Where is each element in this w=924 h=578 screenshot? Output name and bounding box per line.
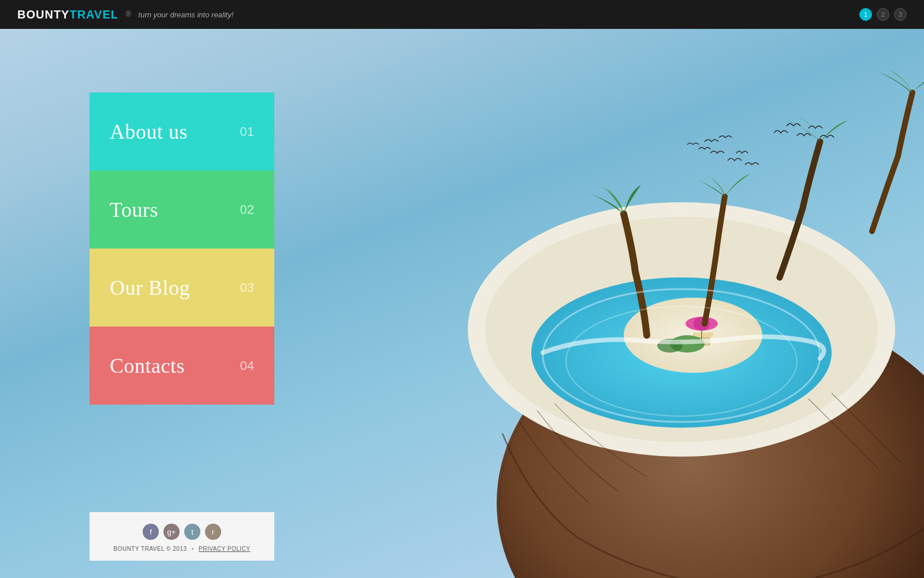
page-dot-2[interactable]: 2	[877, 8, 889, 21]
svg-rect-6	[693, 332, 713, 337]
menu-label-contacts: Contacts	[110, 354, 185, 378]
social-icons: f g+ t r	[107, 524, 257, 540]
tagline: turn your dreams into reality!	[139, 10, 234, 19]
menu-item-tours[interactable]: Tours 02	[90, 171, 274, 249]
topbar: BOUNTY TRAVEL ® turn your dreams into re…	[0, 0, 924, 29]
menu-item-our-blog[interactable]: Our Blog 03	[90, 249, 274, 327]
pagination: 1 2 3	[859, 8, 907, 21]
coconut-illustration	[289, 29, 924, 578]
menu-label-about-us: About us	[110, 120, 188, 144]
footer-separator: •	[192, 546, 194, 552]
menu-number-contacts: 04	[240, 358, 254, 373]
menu-label-our-blog: Our Blog	[110, 276, 190, 300]
google-plus-icon[interactable]: g+	[163, 524, 180, 540]
footer-text: BOUNTY TRAVEL © 2013 • PRIVACY POLICY	[107, 546, 257, 552]
logo-separator: ®	[125, 10, 132, 19]
page-dot-3[interactable]: 3	[894, 8, 907, 21]
facebook-icon[interactable]: f	[143, 524, 159, 540]
logo-bounty: BOUNTY	[17, 8, 69, 21]
page-dot-1[interactable]: 1	[859, 8, 872, 21]
footer-card: f g+ t r BOUNTY TRAVEL © 2013 • PRIVACY …	[90, 512, 274, 561]
twitter-icon[interactable]: t	[184, 524, 200, 540]
footer-privacy[interactable]: PRIVACY POLICY	[199, 546, 250, 552]
logo-travel: TRAVEL	[69, 8, 118, 21]
menu-number-about-us: 01	[240, 124, 254, 139]
rss-icon[interactable]: r	[205, 524, 221, 540]
sidebar-menu: About us 01 Tours 02 Our Blog 03 Contact…	[90, 92, 274, 405]
menu-number-our-blog: 03	[240, 280, 254, 295]
logo[interactable]: BOUNTY TRAVEL	[17, 8, 118, 21]
menu-label-tours: Tours	[110, 198, 158, 222]
menu-number-tours: 02	[240, 202, 254, 217]
menu-item-about-us[interactable]: About us 01	[90, 92, 274, 171]
footer-copyright: BOUNTY TRAVEL © 2013	[113, 546, 187, 552]
menu-item-contacts[interactable]: Contacts 04	[90, 327, 274, 405]
